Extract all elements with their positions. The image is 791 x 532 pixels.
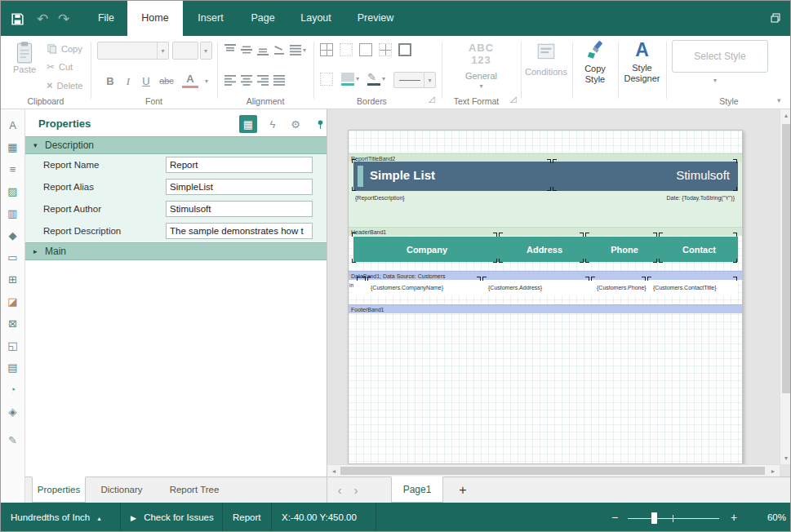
align-center-button[interactable]: [240, 73, 253, 86]
selection-handle[interactable]: [580, 233, 584, 237]
panel-settings-button[interactable]: ⚙: [287, 115, 304, 133]
text-angle-button[interactable]: [273, 43, 286, 56]
component-rich-text-icon[interactable]: ≡: [1, 160, 24, 180]
line-color-icon[interactable]: ✎: [367, 71, 376, 83]
component-gauge-icon[interactable]: ◔: [1, 380, 24, 400]
selection-handle[interactable]: [591, 277, 595, 281]
component-text-in-cells-icon[interactable]: ▦: [1, 138, 24, 157]
component-table-icon[interactable]: ⊞: [1, 270, 24, 290]
selection-handle[interactable]: [553, 159, 557, 163]
underline-button[interactable]: U: [138, 73, 154, 90]
style-designer-tool-icon[interactable]: ✎: [1, 431, 24, 450]
align-right-button[interactable]: [256, 73, 269, 86]
fill-color-icon[interactable]: [341, 73, 354, 82]
selection-handle[interactable]: [493, 233, 497, 237]
report-page[interactable]: ReportTitleBand2 Simple List Stimulsoft …: [348, 130, 743, 464]
tab-page[interactable]: Page: [238, 1, 287, 36]
selection-handle[interactable]: [499, 259, 503, 263]
scroll-right-icon[interactable]: ▸: [768, 468, 778, 475]
data-cell-contact-title[interactable]: {Customers.ContactTitle}: [653, 285, 717, 290]
align-bottom-button[interactable]: [256, 43, 269, 56]
component-cross-tab-icon[interactable]: ▤: [1, 358, 24, 378]
text-format-abc[interactable]: ABC: [442, 42, 521, 54]
selection-handle[interactable]: [352, 187, 356, 191]
selection-handle[interactable]: [653, 259, 657, 263]
line-style-select[interactable]: ▾: [393, 72, 436, 88]
font-name-select[interactable]: ▾: [97, 42, 169, 60]
conditions-button[interactable]: Conditions: [526, 41, 567, 78]
zoom-slider-track[interactable]: [628, 518, 719, 519]
text-format-arrow[interactable]: ▾: [442, 82, 521, 90]
component-chart-icon[interactable]: ◪: [1, 292, 24, 312]
selection-handle[interactable]: [733, 233, 737, 237]
align-middle-button[interactable]: [240, 43, 253, 56]
header-cell-address[interactable]: Address: [500, 237, 589, 262]
tab-file[interactable]: File: [85, 1, 127, 36]
selection-handle[interactable]: [585, 277, 589, 281]
border-all-button[interactable]: [320, 43, 333, 56]
zoom-in-button[interactable]: +: [726, 503, 742, 532]
copy-style-button[interactable]: Copy Style: [575, 40, 615, 85]
italic-button[interactable]: I: [120, 73, 136, 90]
report-date-expression[interactable]: Date: {Today.ToString("Y")}: [667, 195, 735, 201]
report-status-button[interactable]: Report: [223, 503, 272, 532]
report-description-input[interactable]: [166, 223, 313, 239]
report-title-band[interactable]: Simple List Stimulsoft {ReportDescriptio…: [349, 162, 742, 227]
component-barcode-icon[interactable]: ▥: [1, 204, 24, 224]
header-cell-phone[interactable]: Phone: [589, 237, 660, 262]
report-description-expression[interactable]: {ReportDescription}: [355, 195, 405, 201]
next-page-icon[interactable]: ›: [349, 482, 363, 499]
selection-handle[interactable]: [553, 187, 557, 191]
delete-button[interactable]: × Delete: [47, 79, 82, 91]
selection-handle[interactable]: [585, 233, 589, 237]
units-dropdown[interactable]: Hundredths of Inch ▴: [1, 503, 121, 532]
selection-handle[interactable]: [352, 259, 356, 263]
border-clear-button[interactable]: [320, 73, 333, 86]
data-cell-address[interactable]: {Customers.Address}: [488, 285, 542, 290]
data-band-label[interactable]: DataBand1; Data Source: Customers: [349, 271, 742, 280]
window-restore-icon[interactable]: [765, 7, 786, 29]
component-image-icon[interactable]: ▨: [1, 182, 24, 202]
design-canvas[interactable]: ReportTitleBand2 Simple List Stimulsoft …: [327, 109, 791, 477]
selection-handle[interactable]: [653, 233, 657, 237]
selection-handle[interactable]: [499, 233, 503, 237]
selection-handle[interactable]: [647, 277, 651, 281]
horizontal-scrollbar[interactable]: ◂ ▸: [327, 464, 780, 477]
header-cell-company[interactable]: Company: [353, 237, 500, 262]
scroll-down-icon[interactable]: ▾: [780, 454, 791, 462]
selection-handle[interactable]: [547, 187, 551, 191]
tab-insert[interactable]: Insert: [183, 1, 238, 36]
font-color-button[interactable]: A: [182, 73, 198, 88]
selection-handle[interactable]: [659, 259, 663, 263]
bold-button[interactable]: B: [102, 73, 118, 90]
text-format-123[interactable]: 123: [442, 54, 521, 66]
header-band[interactable]: Company Address Phone Contact: [353, 237, 738, 262]
tab-properties[interactable]: Properties: [32, 477, 86, 503]
font-size-select[interactable]: [172, 42, 198, 60]
zoom-out-button[interactable]: −: [607, 503, 623, 532]
selection-handle[interactable]: [362, 277, 366, 281]
copy-button[interactable]: Copy: [47, 43, 82, 54]
selection-handle[interactable]: [642, 277, 646, 281]
properties-view-button[interactable]: ▦: [239, 115, 257, 133]
data-cell-phone[interactable]: {Customers.Phone}: [597, 285, 647, 290]
tab-dictionary[interactable]: Dictionary: [92, 477, 151, 503]
report-alias-input[interactable]: [166, 179, 313, 195]
undo-icon[interactable]: ↶: [32, 8, 53, 29]
footer-band-label[interactable]: FooterBand1: [349, 304, 742, 313]
border-outside-button[interactable]: [359, 43, 372, 56]
tab-home[interactable]: Home: [127, 1, 183, 36]
component-shape-icon[interactable]: ◆: [1, 226, 24, 246]
cut-button[interactable]: ✂ Cut: [47, 61, 73, 73]
header-cell-contact[interactable]: Contact: [660, 237, 738, 262]
selection-handle[interactable]: [352, 233, 356, 237]
tab-page1[interactable]: Page1: [391, 477, 443, 503]
selection-handle[interactable]: [493, 259, 497, 263]
component-map-icon[interactable]: ◈: [1, 402, 24, 422]
data-band[interactable]: {Customers.CompanyName} {Customers.Addre…: [353, 280, 738, 295]
border-inside-button[interactable]: [379, 43, 392, 56]
check-for-issues-button[interactable]: ▶ Check for Issues: [121, 503, 223, 532]
save-icon[interactable]: [7, 8, 28, 29]
style-designer-button[interactable]: A Style Designer: [621, 39, 663, 84]
select-style-box[interactable]: Select Style: [672, 40, 768, 73]
